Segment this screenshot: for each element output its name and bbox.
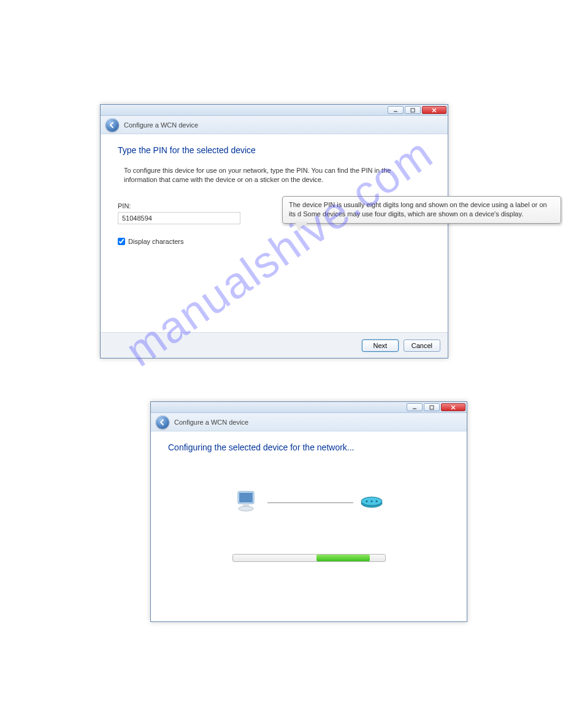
svg-rect-9 bbox=[239, 493, 253, 502]
button-bar: Next Cancel bbox=[101, 332, 448, 358]
svg-rect-5 bbox=[430, 406, 434, 409]
maximize-button[interactable] bbox=[424, 403, 440, 411]
page-heading: Configuring the selected device for the … bbox=[168, 442, 450, 452]
cancel-button[interactable]: Cancel bbox=[404, 339, 440, 352]
display-characters-label: Display characters bbox=[128, 238, 183, 245]
back-button[interactable] bbox=[105, 118, 119, 132]
device-row bbox=[234, 488, 384, 517]
dialog-title: Configure a WCN device bbox=[124, 121, 198, 129]
router-icon bbox=[359, 493, 384, 512]
dialog-content: Type the PIN for the selected device To … bbox=[101, 134, 448, 256]
svg-rect-1 bbox=[411, 108, 415, 112]
svg-point-16 bbox=[375, 501, 377, 502]
maximize-button[interactable] bbox=[405, 106, 421, 114]
svg-point-15 bbox=[370, 501, 372, 502]
titlebar bbox=[101, 105, 448, 116]
close-button[interactable] bbox=[422, 106, 446, 114]
titlebar bbox=[151, 402, 467, 413]
wcn-pin-dialog: Configure a WCN device Type the PIN for … bbox=[100, 104, 448, 358]
dialog-content: Configuring the selected device for the … bbox=[151, 431, 467, 573]
pin-input[interactable] bbox=[118, 212, 240, 224]
progress-area bbox=[168, 463, 450, 562]
minimize-button[interactable] bbox=[407, 403, 423, 411]
wcn-progress-dialog: Configure a WCN device Configuring the s… bbox=[150, 401, 467, 622]
display-characters-row[interactable]: Display characters bbox=[118, 238, 431, 245]
back-button[interactable] bbox=[156, 415, 169, 429]
instruction-text: To configure this device for use on your… bbox=[118, 166, 431, 185]
svg-point-11 bbox=[239, 506, 253, 511]
close-button[interactable] bbox=[441, 403, 465, 411]
svg-point-14 bbox=[366, 501, 367, 502]
page-heading: Type the PIN for the selected device bbox=[118, 145, 431, 155]
pin-tooltip: The device PIN is usually eight digits l… bbox=[282, 196, 561, 224]
header-row: Configure a WCN device bbox=[151, 413, 467, 431]
connection-line bbox=[267, 502, 353, 503]
dialog-title: Configure a WCN device bbox=[174, 419, 248, 426]
minimize-button[interactable] bbox=[388, 106, 404, 114]
header-row: Configure a WCN device bbox=[101, 116, 448, 134]
progress-fill bbox=[316, 555, 370, 561]
progress-bar bbox=[232, 554, 386, 562]
display-characters-checkbox[interactable] bbox=[118, 238, 125, 245]
computer-icon bbox=[234, 488, 261, 517]
next-button[interactable]: Next bbox=[362, 339, 399, 352]
